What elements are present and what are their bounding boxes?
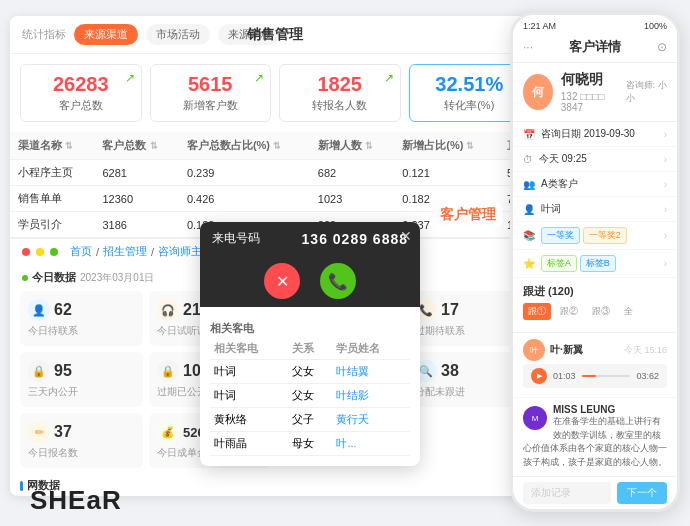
metric-number-3: 17 bbox=[441, 301, 459, 319]
progress-tab-2[interactable]: 跟③ bbox=[587, 303, 615, 320]
mobile-phone: 1:21 AM 100% ··· 客户详情 ⊙ 何 何晓明 132 □□□□ 3… bbox=[510, 12, 680, 512]
contacts-table: 相关客电 关系 学员姓名 叶词 父女 叶结翼 叶词 父女 叶结影 黄秋络 bbox=[210, 338, 410, 456]
phone-action-buttons: ✕ 📞 bbox=[200, 255, 420, 307]
metric-contact-today[interactable]: 👤 62 今日待联系 bbox=[20, 291, 143, 346]
progress-tab-0[interactable]: 跟① bbox=[523, 303, 551, 320]
arrow-icon-4: › bbox=[664, 230, 667, 241]
breadcrumb-sep2: / bbox=[151, 246, 154, 258]
customer-name: 何晓明 bbox=[561, 71, 618, 89]
breadcrumb-sep1: / bbox=[96, 246, 99, 258]
breadcrumb-item1[interactable]: 招生管理 bbox=[103, 244, 147, 259]
page-title: 销售管理 bbox=[247, 26, 303, 44]
top-nav: 统计指标 来源渠道 市场活动 来源学校 销售管理 bbox=[10, 16, 540, 54]
phone-header: 来电号码 136 0289 6888 ✕ bbox=[200, 222, 420, 255]
more-icon[interactable]: ⊙ bbox=[657, 40, 667, 54]
contacts-section-label: 相关客电 bbox=[210, 317, 410, 338]
metric-3day-open[interactable]: 🔒 95 三天内公开 bbox=[20, 352, 143, 407]
calendar-icon: 📅 bbox=[523, 129, 535, 140]
call-button[interactable]: 📞 bbox=[320, 263, 356, 299]
metric-label-7: 分配未跟进 bbox=[415, 385, 522, 399]
audio-player[interactable]: ▶ 01:03 03:62 bbox=[523, 364, 667, 388]
add-note-input[interactable]: 添加记录 bbox=[523, 482, 611, 504]
progress-tab-1[interactable]: 跟② bbox=[555, 303, 583, 320]
progress-tab-3[interactable]: 全 bbox=[619, 303, 638, 320]
back-icon[interactable]: ··· bbox=[523, 40, 533, 54]
breadcrumb-home[interactable]: 首页 bbox=[70, 244, 92, 259]
relation-0: 父女 bbox=[288, 360, 333, 384]
info-row-course: 📚 一等奖 一等奖2 › bbox=[513, 222, 677, 250]
tab-market-activity[interactable]: 市场活动 bbox=[146, 24, 210, 45]
dot-yellow bbox=[36, 248, 44, 256]
nav-label: 统计指标 bbox=[22, 27, 66, 42]
th-new: 新增人数 ⇅ bbox=[310, 132, 394, 160]
ph-th-student: 学员姓名 bbox=[332, 338, 410, 360]
info-value-tags: 标签A 标签B bbox=[541, 255, 664, 272]
metric-icon-0: 👤 bbox=[28, 299, 50, 321]
course-tag-1: 一等奖2 bbox=[583, 227, 627, 244]
stat-card-customers: ↗ 26283 客户总数 bbox=[20, 64, 142, 122]
contact-2: 黄秋络 bbox=[210, 408, 288, 432]
info-row-visit: ⏱ 今天 09:25 › bbox=[513, 147, 677, 172]
student-3[interactable]: 叶... bbox=[332, 432, 410, 456]
group-icon: 👥 bbox=[523, 179, 535, 190]
stat-icon-2: ↗ bbox=[384, 71, 394, 85]
cell-new-0: 682 bbox=[310, 160, 394, 186]
audio-progress-bar bbox=[582, 375, 631, 377]
cell-new-1: 1023 bbox=[310, 186, 394, 212]
ph-th-relation: 关系 bbox=[288, 338, 333, 360]
stat-card-new-customers: ↗ 5615 新增客户数 bbox=[150, 64, 272, 122]
stat-label-3: 转化率(%) bbox=[420, 98, 520, 113]
customer-id: 132 □□□□ 3847 bbox=[561, 91, 618, 113]
dot-green bbox=[50, 248, 58, 256]
relation-2: 父子 bbox=[288, 408, 333, 432]
th-pct: 客户总数占比(%) ⇅ bbox=[179, 132, 310, 160]
student-1[interactable]: 叶结影 bbox=[332, 384, 410, 408]
stat-icon-1: ↗ bbox=[254, 71, 264, 85]
student-2[interactable]: 黄行天 bbox=[332, 408, 410, 432]
contact-3: 叶雨晶 bbox=[210, 432, 288, 456]
stat-label-2: 转报名人数 bbox=[290, 98, 390, 113]
contact-row-0: 叶词 父女 叶结翼 bbox=[210, 360, 410, 384]
miss-avatar: M bbox=[523, 406, 547, 430]
student-0[interactable]: 叶结翼 bbox=[332, 360, 410, 384]
course-tag-0: 一等奖 bbox=[541, 227, 580, 244]
th-newpct: 新增占比(%) ⇅ bbox=[394, 132, 499, 160]
cell-total-1: 12360 bbox=[94, 186, 178, 212]
cell-total-2: 3186 bbox=[94, 212, 178, 238]
tag-1: 标签B bbox=[580, 255, 616, 272]
cell-newpct-0: 0.121 bbox=[394, 160, 499, 186]
play-icon[interactable]: ▶ bbox=[531, 368, 547, 384]
info-value-course: 一等奖 一等奖2 bbox=[541, 227, 664, 244]
relation-3: 母女 bbox=[288, 432, 333, 456]
info-value-consultant: 叶词 bbox=[541, 202, 664, 216]
comment-user-row: 叶 叶·新翼 今天 15:16 bbox=[523, 339, 667, 361]
audio-start: 01:03 bbox=[553, 371, 576, 381]
stats-row: ↗ 26283 客户总数 ↗ 5615 新增客户数 ↗ 1825 转报名人数 ↗… bbox=[10, 54, 540, 132]
table-row: 小程序主页 6281 0.239 682 0.121 551 bbox=[10, 160, 540, 186]
stat-icon-0: ↗ bbox=[125, 71, 135, 85]
metric-label-4: 三天内公开 bbox=[28, 385, 135, 399]
info-row-tags: ⭐ 标签A 标签B › bbox=[513, 250, 677, 278]
phone-title: 来电号码 bbox=[212, 230, 260, 247]
info-value-visit: 今天 09:25 bbox=[539, 152, 664, 166]
daily-date: 2023年03月01日 bbox=[80, 271, 155, 285]
audio-bar-fill bbox=[582, 375, 597, 377]
comment-name-0: 叶·新翼 bbox=[550, 343, 583, 357]
metric-registrations[interactable]: ✏ 37 今日报名数 bbox=[20, 413, 143, 468]
metric-icon-1: 🎧 bbox=[157, 299, 179, 321]
next-button[interactable]: 下一个 bbox=[617, 482, 667, 504]
header-dot bbox=[22, 275, 28, 281]
info-row-consultant: 👤 叶词 › bbox=[513, 197, 677, 222]
metric-number-0: 62 bbox=[54, 301, 72, 319]
ph-th-contact: 相关客电 bbox=[210, 338, 288, 360]
contact-0: 叶词 bbox=[210, 360, 288, 384]
metric-icon-5: 🔒 bbox=[157, 360, 179, 382]
tab-source-channel[interactable]: 来源渠道 bbox=[74, 24, 138, 45]
dot-red bbox=[22, 248, 30, 256]
mobile-signal: 100% bbox=[644, 21, 667, 31]
daily-title: 今日数据 bbox=[32, 270, 76, 285]
arrow-icon-5: › bbox=[664, 258, 667, 269]
close-icon[interactable]: ✕ bbox=[400, 228, 412, 244]
arrow-icon-0: › bbox=[664, 129, 667, 140]
hangup-button[interactable]: ✕ bbox=[264, 263, 300, 299]
